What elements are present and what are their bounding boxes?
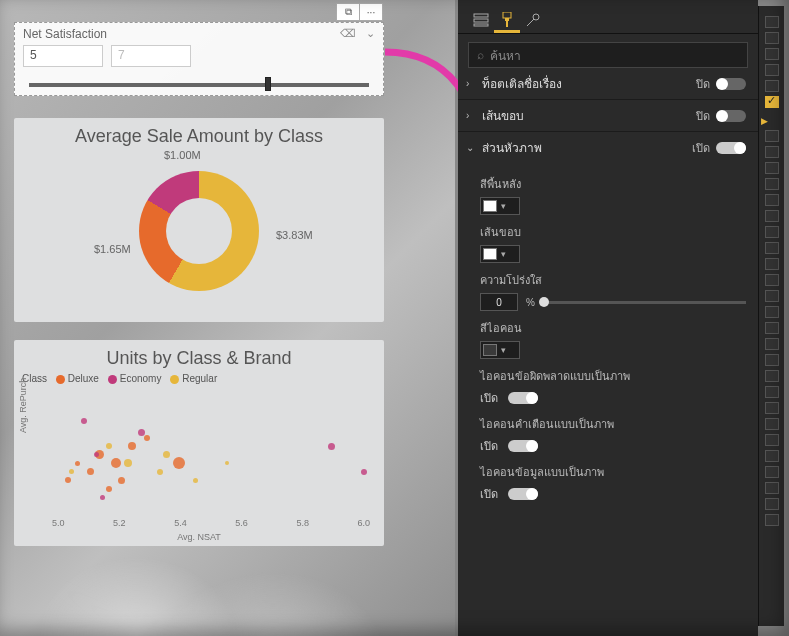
strip-item[interactable] (765, 418, 779, 430)
strip-item[interactable] (765, 80, 779, 92)
strip-item[interactable] (765, 450, 779, 462)
svg-rect-1 (474, 19, 488, 22)
scatter-point (65, 477, 71, 483)
scatter-point (81, 418, 87, 424)
border-color-picker[interactable]: ▾ (480, 245, 520, 263)
donut-label-a: $1.00M (164, 149, 201, 161)
scatter-chart-card[interactable]: Units by Class & Brand Class Deluxe Econ… (14, 340, 384, 546)
strip-item-checked[interactable] (765, 96, 779, 108)
toggle-visual-header[interactable] (716, 142, 746, 154)
strip-item[interactable] (765, 162, 779, 174)
scatter-point (361, 469, 367, 475)
slicer-to-input[interactable]: 7 (111, 45, 191, 67)
strip-item[interactable] (765, 32, 779, 44)
strip-item[interactable] (765, 130, 779, 142)
panel-tabs (458, 0, 758, 34)
strip-item[interactable] (765, 194, 779, 206)
donut-label-b: $1.65M (94, 243, 131, 255)
strip-item[interactable] (765, 226, 779, 238)
strip-item[interactable] (765, 322, 779, 334)
toggle-error-icon[interactable] (508, 392, 538, 404)
scatter-point (225, 461, 229, 465)
scatter-point (69, 469, 74, 474)
strip-item[interactable] (765, 402, 779, 414)
scatter-plot-area (52, 404, 370, 514)
section-cutoff[interactable]: ›ท็อตเติลชื่อเรื่อง ปิด (458, 72, 758, 99)
toggle-border[interactable] (716, 110, 746, 122)
tab-fields-icon[interactable] (468, 9, 494, 33)
net-satisfaction-slicer[interactable]: ⧉ ··· Net Satisfaction ⌫ ⌄ 5 7 (14, 22, 384, 96)
strip-item[interactable] (765, 258, 779, 270)
donut-label-c: $3.83M (276, 229, 313, 241)
strip-item[interactable] (765, 482, 779, 494)
legend-dot-economy (108, 375, 117, 384)
scatter-title: Units by Class & Brand (14, 340, 384, 371)
tab-analytics-icon[interactable] (520, 9, 546, 33)
strip-item[interactable] (765, 48, 779, 60)
donut-title: Average Sale Amount by Class (14, 118, 384, 149)
scatter-point (128, 442, 136, 450)
strip-item[interactable] (765, 354, 779, 366)
toggle-warning-icon[interactable] (508, 440, 538, 452)
transparency-slider[interactable] (543, 301, 746, 304)
toggle-info-icon[interactable] (508, 488, 538, 500)
section-border[interactable]: ›เส้นขอบ ปิด (458, 99, 758, 131)
more-options-button[interactable]: ··· (359, 3, 383, 21)
scatter-point (124, 459, 132, 467)
scatter-ylabel: Avg. RePurch (18, 378, 28, 433)
scatter-point (100, 495, 105, 500)
scatter-point (138, 429, 145, 436)
scatter-point (75, 461, 80, 466)
strip-item[interactable] (765, 210, 779, 222)
clear-icon[interactable]: ⌫ (340, 27, 356, 39)
chevron-down-icon[interactable]: ⌄ (366, 27, 375, 39)
transparency-control[interactable]: 0 % (480, 293, 746, 311)
slicer-title: Net Satisfaction (15, 23, 115, 41)
slicer-range-thumb[interactable] (265, 77, 271, 91)
strip-item[interactable] (765, 290, 779, 302)
scatter-point (173, 457, 185, 469)
strip-item[interactable] (765, 370, 779, 382)
legend-dot-deluxe (56, 375, 65, 384)
section-visual-header[interactable]: ⌄ส่วนหัวภาพ เปิด (458, 131, 758, 163)
svg-rect-3 (503, 12, 511, 18)
strip-item[interactable] (765, 64, 779, 76)
strip-item[interactable] (765, 306, 779, 318)
visual-header-props: สีพื้นหลัง ▾ เส้นขอบ ▾ ความโปร่งใส 0 % ส… (458, 163, 758, 511)
scatter-point (163, 451, 170, 458)
scatter-point (94, 452, 99, 457)
strip-item[interactable] (765, 338, 779, 350)
scatter-point (144, 435, 150, 441)
legend-dot-regular (170, 375, 179, 384)
toggle-cutoff[interactable] (716, 78, 746, 90)
strip-expand-icon[interactable]: ▶ (761, 116, 768, 126)
svg-rect-4 (505, 18, 509, 21)
donut-chart-card[interactable]: Average Sale Amount by Class $1.00M $1.6… (14, 118, 384, 322)
strip-item[interactable] (765, 242, 779, 254)
strip-item[interactable] (765, 16, 779, 28)
format-panel: ⌕ ค้นหา ›ท็อตเติลชื่อเรื่อง ปิด ›เส้นขอบ… (458, 0, 758, 636)
strip-item[interactable] (765, 178, 779, 190)
strip-item[interactable] (765, 386, 779, 398)
focus-mode-button[interactable]: ⧉ (336, 3, 360, 21)
strip-item[interactable] (765, 466, 779, 478)
scatter-point (106, 443, 112, 449)
scatter-point (111, 458, 121, 468)
slicer-range-track[interactable] (29, 83, 369, 87)
scatter-point (118, 477, 125, 484)
strip-item[interactable] (765, 274, 779, 286)
scatter-point (328, 443, 335, 450)
strip-item[interactable] (765, 146, 779, 158)
strip-item[interactable] (765, 434, 779, 446)
slicer-from-input[interactable]: 5 (23, 45, 103, 67)
icon-color-picker[interactable]: ▾ (480, 341, 520, 359)
scatter-point (106, 486, 112, 492)
donut-chart (139, 171, 259, 291)
tab-format-icon[interactable] (494, 9, 520, 33)
format-search-input[interactable]: ⌕ ค้นหา (468, 42, 748, 68)
strip-item[interactable] (765, 498, 779, 510)
strip-item[interactable] (765, 514, 779, 526)
scatter-point (95, 450, 104, 459)
bg-color-picker[interactable]: ▾ (480, 197, 520, 215)
scatter-point (157, 469, 163, 475)
